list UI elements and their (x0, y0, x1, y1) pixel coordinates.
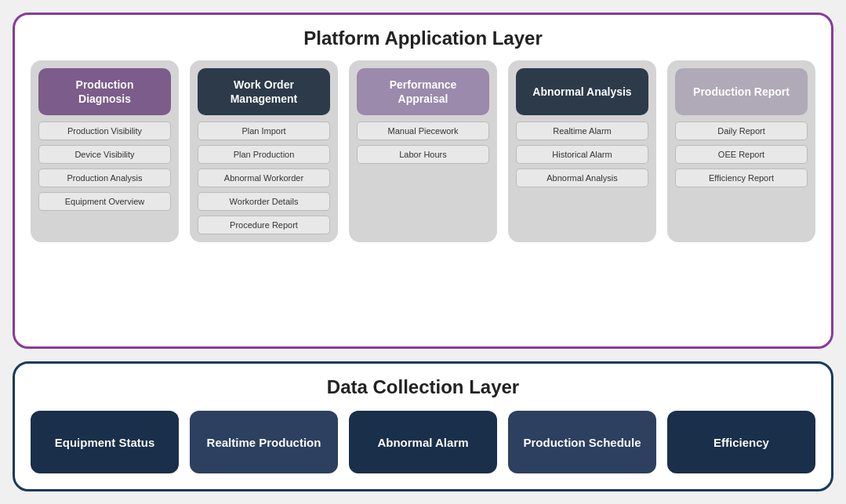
module-item[interactable]: Abnormal Analysis (516, 169, 648, 187)
module-items-production-report: Daily ReportOEE ReportEfficiency Report (675, 121, 808, 187)
module-items-performance-appraisal: Manual PieceworkLabor Hours (357, 121, 489, 164)
module-item[interactable]: Device Visibility (38, 145, 171, 164)
module-items-work-order-management: Plan ImportPlan ProductionAbnormal Worko… (198, 121, 330, 234)
platform-title: Platform Application Layer (31, 27, 815, 49)
module-item[interactable]: Production Visibility (38, 121, 171, 140)
module-card-production-report: Production ReportDaily ReportOEE ReportE… (667, 60, 815, 242)
module-card-work-order-management: Work Order ManagementPlan ImportPlan Pro… (190, 60, 338, 242)
data-item-efficiency[interactable]: Efficiency (667, 411, 815, 473)
module-item[interactable]: Daily Report (675, 121, 808, 140)
module-card-production-diagnosis: Production DiagnosisProduction Visibilit… (31, 60, 179, 242)
data-item-realtime-production[interactable]: Realtime Production (190, 411, 338, 473)
module-header-production-diagnosis[interactable]: Production Diagnosis (38, 68, 171, 115)
platform-layer: Platform Application Layer Production Di… (13, 13, 833, 349)
modules-row: Production DiagnosisProduction Visibilit… (31, 60, 815, 242)
module-item[interactable]: Historical Alarm (516, 145, 648, 164)
data-layer: Data Collection Layer Equipment StatusRe… (13, 361, 833, 491)
module-items-production-diagnosis: Production VisibilityDevice VisibilityPr… (38, 121, 171, 211)
module-header-abnormal-analysis[interactable]: Abnormal Analysis (516, 68, 648, 115)
module-item[interactable]: Plan Production (198, 145, 330, 164)
module-item[interactable]: Manual Piecework (357, 121, 489, 140)
module-item[interactable]: Production Analysis (38, 169, 171, 187)
module-item[interactable]: Efficiency Report (675, 169, 808, 187)
module-items-abnormal-analysis: Realtime AlarmHistorical AlarmAbnormal A… (516, 121, 648, 187)
module-card-performance-appraisal: Performance AppraisalManual PieceworkLab… (349, 60, 497, 242)
data-item-equipment-status[interactable]: Equipment Status (31, 411, 179, 473)
module-item[interactable]: Procedure Report (198, 216, 330, 234)
module-item[interactable]: OEE Report (675, 145, 808, 164)
module-item[interactable]: Equipment Overview (38, 192, 171, 211)
module-item[interactable]: Realtime Alarm (516, 121, 648, 140)
module-item[interactable]: Abnormal Workorder (198, 169, 330, 187)
module-card-abnormal-analysis: Abnormal AnalysisRealtime AlarmHistorica… (508, 60, 656, 242)
data-item-production-schedule[interactable]: Production Schedule (508, 411, 656, 473)
module-header-work-order-management[interactable]: Work Order Management (198, 68, 330, 115)
data-items-row: Equipment StatusRealtime ProductionAbnor… (31, 411, 815, 473)
module-header-production-report[interactable]: Production Report (675, 68, 808, 115)
data-item-abnormal-alarm[interactable]: Abnormal Alarm (349, 411, 497, 473)
module-item[interactable]: Labor Hours (357, 145, 489, 164)
module-item[interactable]: Plan Import (198, 121, 330, 140)
module-header-performance-appraisal[interactable]: Performance Appraisal (357, 68, 489, 115)
data-collection-title: Data Collection Layer (31, 376, 815, 398)
module-item[interactable]: Workorder Details (198, 192, 330, 211)
